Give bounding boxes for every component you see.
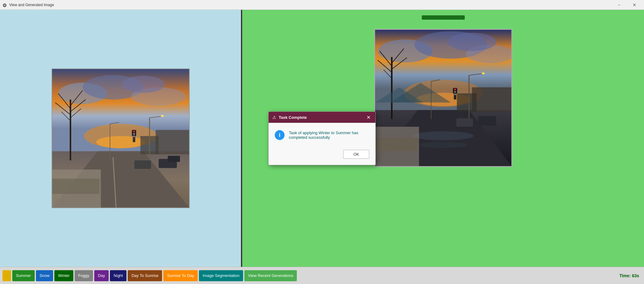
dialog-close-button[interactable]: ✕ <box>365 115 372 120</box>
title-bar: ⚙ View and Generated Image − ✕ <box>0 0 644 10</box>
svg-point-6 <box>96 136 145 148</box>
info-icon: i <box>275 130 285 140</box>
app-icon: ⚙ <box>2 2 7 7</box>
svg-point-31 <box>133 130 135 132</box>
svg-rect-47 <box>472 87 511 111</box>
svg-point-66 <box>454 88 456 90</box>
right-scene-svg <box>375 30 511 166</box>
left-panel <box>0 10 241 267</box>
svg-point-33 <box>133 135 135 137</box>
dialog-message: Task of applying Winter to Summer has co… <box>289 130 369 140</box>
progress-bar-fill <box>422 15 465 20</box>
svg-point-51 <box>482 72 485 74</box>
dialog-title: Task Complete <box>279 115 307 120</box>
time-display: Time: 63s <box>619 273 642 278</box>
dialog-buttons: OK <box>275 147 369 160</box>
svg-rect-46 <box>375 137 417 151</box>
btn-snow[interactable]: Snow <box>36 270 53 281</box>
svg-rect-54 <box>478 116 496 126</box>
main-content: ⚠ Task Complete ✕ i Task of applying Win… <box>0 10 644 267</box>
btn-day-to-sunrise[interactable]: Day To Sunrise <box>128 270 162 281</box>
right-image <box>374 29 512 167</box>
bottom-toolbar: · Summer Snow Winter Foggy Day Night Day… <box>0 267 644 284</box>
btn-winter[interactable]: Winter <box>54 270 73 281</box>
left-image <box>52 68 190 208</box>
svg-point-38 <box>448 33 496 51</box>
close-button[interactable]: ✕ <box>627 0 642 10</box>
svg-rect-20 <box>168 156 180 162</box>
svg-point-67 <box>454 91 456 93</box>
btn-night[interactable]: Night <box>110 270 126 281</box>
svg-point-16 <box>161 115 164 117</box>
dialog-title-icon: ⚠ <box>272 115 276 120</box>
svg-point-68 <box>454 93 456 95</box>
btn-sunrise-to-day[interactable]: Sunrise To Day <box>163 270 198 281</box>
dialog-body: i Task of applying Winter to Summer has … <box>269 123 375 165</box>
svg-rect-48 <box>457 93 476 111</box>
btn-image-segmentation[interactable]: Image Segmentation <box>199 270 243 281</box>
dialog-message-row: i Task of applying Winter to Summer has … <box>275 130 369 140</box>
dialog-titlebar-left: ⚠ Task Complete <box>272 115 307 120</box>
btn-dot[interactable]: · <box>2 270 11 281</box>
ok-button[interactable]: OK <box>343 150 369 159</box>
svg-rect-55 <box>456 118 473 127</box>
window-title: View and Generated Image <box>9 3 54 7</box>
title-bar-left: ⚙ View and Generated Image <box>2 2 54 7</box>
btn-foggy[interactable]: Foggy <box>75 270 93 281</box>
progress-bar-container <box>422 15 465 20</box>
dialog-titlebar: ⚠ Task Complete ✕ <box>269 112 375 123</box>
svg-rect-21 <box>134 160 151 169</box>
title-bar-controls: − ✕ <box>612 0 642 10</box>
btn-view-recent-generations[interactable]: View Recent Generations <box>244 270 297 281</box>
svg-point-44 <box>419 142 467 148</box>
svg-rect-12 <box>155 130 189 154</box>
minimize-button[interactable]: − <box>612 0 626 10</box>
left-scene-svg <box>52 69 189 208</box>
svg-rect-10 <box>52 179 99 194</box>
svg-point-43 <box>413 131 473 141</box>
svg-point-32 <box>133 133 135 135</box>
btn-summer[interactable]: Summer <box>12 270 35 281</box>
btn-day[interactable]: Day <box>94 270 109 281</box>
task-complete-dialog: ⚠ Task Complete ✕ i Task of applying Win… <box>268 111 376 165</box>
svg-point-4 <box>122 76 165 93</box>
